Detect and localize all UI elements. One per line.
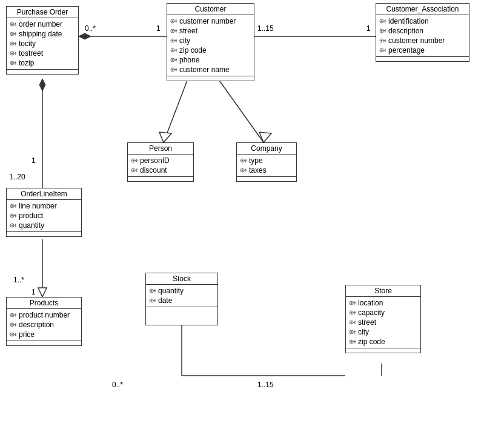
class-person: Person personID discount bbox=[127, 142, 194, 182]
class-name-ca: Customer_Association bbox=[376, 4, 469, 15]
svg-line-4 bbox=[164, 79, 188, 142]
svg-rect-112 bbox=[14, 205, 16, 207]
svg-point-21 bbox=[172, 30, 174, 32]
svg-rect-148 bbox=[154, 299, 156, 301]
svg-rect-78 bbox=[385, 30, 386, 31]
label-ca-1: 1 bbox=[366, 24, 371, 33]
svg-rect-82 bbox=[383, 40, 386, 41]
svg-point-126 bbox=[12, 314, 13, 316]
svg-point-171 bbox=[351, 341, 353, 343]
svg-marker-7 bbox=[259, 132, 271, 142]
svg-rect-168 bbox=[354, 331, 356, 332]
svg-point-121 bbox=[12, 225, 13, 227]
label-po-1: 1 bbox=[156, 24, 161, 33]
class-name-store: Store bbox=[346, 285, 420, 297]
svg-point-131 bbox=[12, 324, 13, 326]
svg-rect-123 bbox=[15, 224, 16, 225]
class-orderlineitem: OrderLineItem line number product quanti… bbox=[6, 188, 82, 237]
svg-point-71 bbox=[381, 21, 383, 22]
svg-point-101 bbox=[242, 160, 244, 162]
svg-rect-33 bbox=[176, 49, 177, 50]
svg-rect-154 bbox=[354, 304, 356, 305]
svg-rect-89 bbox=[385, 51, 386, 52]
svg-rect-164 bbox=[354, 323, 356, 324]
svg-point-136 bbox=[12, 334, 13, 336]
svg-rect-53 bbox=[15, 33, 16, 34]
svg-rect-142 bbox=[153, 290, 156, 291]
svg-rect-67 bbox=[14, 62, 16, 64]
svg-rect-109 bbox=[245, 171, 247, 172]
svg-rect-28 bbox=[176, 39, 177, 41]
class-name-person: Person bbox=[128, 143, 193, 155]
svg-rect-173 bbox=[354, 341, 356, 342]
class-name-po: Purchase Order bbox=[7, 7, 78, 18]
class-name-customer: Customer bbox=[167, 4, 254, 15]
svg-point-51 bbox=[12, 33, 13, 35]
svg-point-76 bbox=[381, 30, 383, 32]
svg-rect-92 bbox=[135, 160, 138, 161]
svg-rect-58 bbox=[15, 42, 16, 44]
svg-rect-107 bbox=[244, 170, 247, 171]
svg-rect-88 bbox=[385, 49, 386, 50]
class-stock: Stock quantity date bbox=[145, 273, 218, 325]
svg-point-61 bbox=[12, 53, 13, 55]
svg-rect-38 bbox=[176, 59, 177, 60]
svg-rect-22 bbox=[174, 30, 177, 32]
class-name-stock: Stock bbox=[146, 273, 217, 285]
svg-rect-137 bbox=[14, 334, 16, 335]
svg-rect-43 bbox=[176, 68, 177, 70]
svg-point-36 bbox=[172, 59, 174, 61]
svg-point-151 bbox=[351, 302, 353, 304]
svg-point-86 bbox=[381, 50, 383, 52]
svg-rect-94 bbox=[136, 161, 138, 162]
svg-rect-103 bbox=[245, 159, 247, 161]
label-stock-115: 1..15 bbox=[257, 381, 274, 389]
class-attrs-store: location capacity street city zip code bbox=[346, 297, 420, 348]
class-attrs-stock: quantity date bbox=[146, 285, 217, 307]
svg-rect-174 bbox=[354, 342, 356, 344]
svg-rect-17 bbox=[174, 21, 177, 22]
svg-rect-47 bbox=[14, 24, 16, 25]
attr-icon bbox=[170, 66, 178, 73]
svg-rect-72 bbox=[383, 21, 386, 22]
svg-rect-59 bbox=[15, 44, 16, 45]
attr-icon bbox=[170, 47, 178, 54]
svg-point-41 bbox=[172, 69, 174, 71]
svg-rect-87 bbox=[383, 50, 386, 51]
svg-rect-172 bbox=[353, 341, 356, 342]
svg-rect-19 bbox=[176, 22, 177, 23]
label-po-0star: 0..* bbox=[85, 24, 96, 33]
svg-rect-129 bbox=[15, 316, 16, 317]
svg-rect-158 bbox=[354, 311, 356, 313]
svg-rect-117 bbox=[14, 215, 16, 216]
svg-rect-73 bbox=[385, 20, 386, 21]
svg-rect-104 bbox=[245, 161, 247, 162]
svg-rect-32 bbox=[174, 50, 177, 51]
attr-icon bbox=[170, 27, 178, 35]
svg-point-116 bbox=[12, 215, 13, 217]
svg-rect-64 bbox=[15, 54, 16, 55]
class-attrs-oli: line number product quantity bbox=[7, 200, 81, 231]
svg-point-31 bbox=[172, 50, 174, 52]
svg-rect-34 bbox=[176, 51, 177, 52]
svg-point-16 bbox=[172, 21, 174, 22]
svg-point-161 bbox=[351, 322, 353, 324]
svg-rect-114 bbox=[15, 207, 16, 208]
class-customer: Customer customer number street city zip… bbox=[167, 3, 254, 81]
svg-marker-5 bbox=[159, 132, 171, 142]
svg-point-91 bbox=[133, 160, 134, 162]
svg-rect-68 bbox=[15, 62, 16, 63]
svg-point-106 bbox=[242, 170, 244, 171]
label-oli-prod-1: 1 bbox=[31, 288, 36, 296]
class-attrs-person: personID discount bbox=[128, 155, 193, 176]
svg-rect-162 bbox=[353, 322, 356, 323]
svg-rect-153 bbox=[354, 302, 356, 303]
label-po-oli-1: 1 bbox=[31, 156, 36, 165]
svg-rect-54 bbox=[15, 35, 16, 36]
label-ca-115: 1..15 bbox=[257, 24, 274, 33]
class-attrs-customer: customer number street city zip code pho… bbox=[167, 15, 254, 76]
svg-rect-113 bbox=[15, 205, 16, 206]
svg-rect-18 bbox=[176, 20, 177, 21]
svg-rect-139 bbox=[15, 335, 16, 336]
svg-rect-37 bbox=[174, 59, 177, 61]
